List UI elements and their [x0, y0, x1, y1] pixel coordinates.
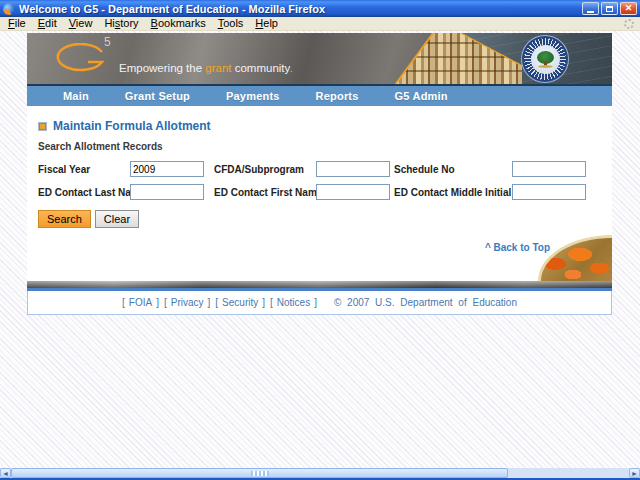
window-title: Welcome to G5 - Department of Education … [19, 3, 582, 15]
nav-bar: Main Grant Setup Payments Reports G5 Adm… [27, 86, 612, 106]
nav-item-main[interactable]: Main [63, 90, 89, 102]
page-background: 5 Empowering the grant community. Main G… [0, 31, 640, 468]
cfda-subprogram-input[interactable] [316, 161, 390, 177]
footer-link-security[interactable]: Security [222, 297, 258, 308]
bullet-icon [38, 122, 47, 131]
banner-tagline: Empowering the grant community. [119, 62, 293, 74]
scroll-thumb[interactable] [11, 468, 508, 478]
title-bar[interactable]: Welcome to G5 - Department of Education … [0, 0, 640, 17]
search-button[interactable]: Search [38, 210, 91, 228]
scroll-left-button[interactable]: ◄ [0, 468, 11, 478]
metal-bar [27, 281, 612, 288]
schedule-no-input[interactable] [512, 161, 586, 177]
scroll-right-button[interactable]: ► [629, 468, 640, 478]
doe-seal-icon [522, 36, 568, 82]
nav-item-g5-admin[interactable]: G5 Admin [395, 90, 448, 102]
nav-item-grant-setup[interactable]: Grant Setup [125, 90, 190, 102]
scroll-right-icon: ► [631, 470, 638, 477]
section-title: Search Allotment Records [38, 141, 612, 152]
nav-item-reports[interactable]: Reports [316, 90, 359, 102]
menu-item-view[interactable]: View [63, 17, 99, 30]
close-button[interactable]: ✕ [620, 2, 637, 15]
horizontal-scrollbar[interactable]: ◄ ► [0, 468, 640, 478]
copyright-text: © 2007 U.S. Department of Education [334, 297, 517, 308]
cfda-subprogram-label: CFDA/Subprogram [214, 164, 316, 175]
ed-contact-last-name-input[interactable] [130, 184, 204, 200]
ed-contact-last-name-label: ED Contact Last Name [38, 187, 130, 198]
menu-item-file[interactable]: File [2, 17, 32, 30]
nav-item-payments[interactable]: Payments [226, 90, 280, 102]
browser-window: Welcome to G5 - Department of Education … [0, 0, 640, 480]
menu-item-tools[interactable]: Tools [212, 17, 250, 30]
schedule-no-label: Schedule No [394, 164, 512, 175]
search-form: Fiscal Year CFDA/Subprogram Schedule No … [38, 161, 612, 200]
menu-item-edit[interactable]: Edit [32, 17, 63, 30]
fiscal-year-label: Fiscal Year [38, 164, 130, 175]
clear-button[interactable]: Clear [95, 210, 139, 228]
minimize-button[interactable] [582, 2, 599, 15]
page-title: Maintain Formula Allotment [53, 119, 211, 133]
restore-icon [606, 6, 613, 12]
footer-bar: [FOIA] [Privacy] [Security] [Notices] © … [27, 291, 612, 315]
minimize-icon [587, 11, 594, 13]
ed-contact-middle-initial-input[interactable] [512, 184, 586, 200]
scroll-left-icon: ◄ [2, 470, 9, 477]
firefox-icon [3, 3, 15, 15]
ed-contact-first-name-label: ED Contact First Name [214, 187, 316, 198]
restore-button[interactable] [601, 2, 618, 15]
footer-link-privacy[interactable]: Privacy [171, 297, 204, 308]
fiscal-year-input[interactable] [130, 161, 204, 177]
menu-item-help[interactable]: Help [249, 17, 284, 30]
footer-link-notices[interactable]: Notices [277, 297, 310, 308]
close-icon: ✕ [625, 4, 633, 13]
banner: 5 Empowering the grant community. [27, 33, 612, 86]
g5-logo-icon [55, 43, 107, 75]
menu-item-bookmarks[interactable]: Bookmarks [145, 17, 212, 30]
throbber-icon [624, 19, 634, 29]
ed-contact-middle-initial-label: ED Contact Middle Initial [394, 187, 512, 198]
ed-contact-first-name-input[interactable] [316, 184, 390, 200]
footer-link-foia[interactable]: FOIA [129, 297, 152, 308]
back-to-top-link[interactable]: ^ Back to Top [485, 242, 550, 253]
menu-bar: File Edit View History Bookmarks Tools H… [0, 17, 640, 31]
menu-item-history[interactable]: History [98, 17, 144, 30]
main-content: Maintain Formula Allotment Search Allotm… [27, 106, 612, 281]
g5-logo-number: 5 [104, 35, 111, 49]
